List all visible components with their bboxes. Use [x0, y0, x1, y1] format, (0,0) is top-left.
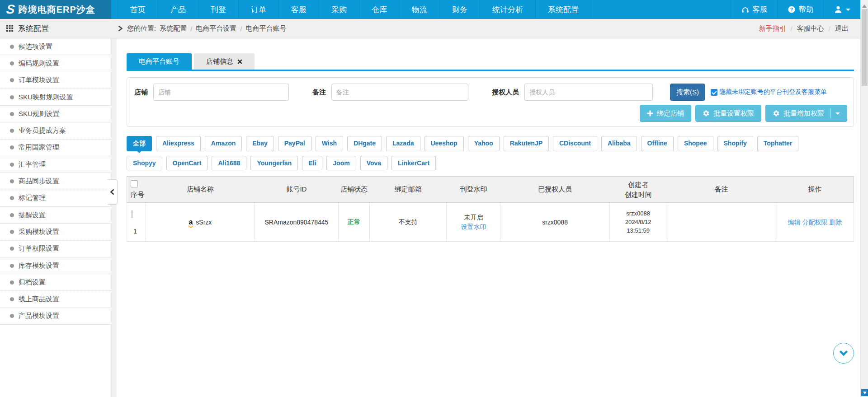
platform-chip[interactable]: Yahoo	[468, 136, 500, 151]
platform-chip[interactable]: Offline	[641, 136, 674, 151]
batch-set-permission-button[interactable]: 批量设置权限	[695, 105, 761, 122]
hide-unbound-checkbox[interactable]	[711, 89, 717, 96]
platform-chip[interactable]: PayPal	[278, 136, 311, 151]
sidebar-item[interactable]: 产品模块设置	[0, 308, 111, 325]
platform-chip[interactable]: Aliexpress	[156, 136, 201, 151]
platform-chip[interactable]: Youngerfan	[250, 156, 298, 170]
user-menu-button[interactable]	[823, 0, 860, 19]
platform-chip[interactable]: Vova	[360, 156, 387, 170]
scroll-down-button[interactable]	[861, 389, 868, 396]
breadcrumb-item[interactable]: 电商平台账号	[246, 24, 287, 33]
sidebar-item[interactable]: 常用国家管理	[0, 140, 111, 156]
sidebar-item[interactable]: SKU映射规则设置	[0, 89, 111, 106]
nav-item-system-config[interactable]: 系统配置	[536, 0, 591, 19]
breadcrumb-item[interactable]: 电商平台设置	[196, 24, 236, 33]
sidebar-item[interactable]: 汇率管理	[0, 156, 111, 173]
tab-platform-account[interactable]: 电商平台账号	[127, 53, 192, 70]
tab-shop-info[interactable]: 店铺信息	[194, 53, 255, 70]
sidebar-item[interactable]: 提醒设置	[0, 207, 111, 224]
sidebar-item[interactable]: 归档设置	[0, 274, 111, 291]
platform-chip[interactable]: OpenCart	[166, 156, 208, 170]
bullet-icon	[10, 196, 14, 200]
platform-chip[interactable]: LinkerCart	[392, 156, 436, 170]
logout-link[interactable]: 退出	[835, 24, 849, 33]
newbie-guide-link[interactable]: 新手指引	[759, 24, 786, 33]
scrollbar-thumb[interactable]	[862, 9, 868, 86]
status-badge: 正常	[348, 218, 360, 225]
select-all-checkbox[interactable]	[131, 180, 138, 187]
topbar-service-button[interactable]: 客服	[731, 0, 777, 19]
sidebar-item[interactable]: 商品同步设置	[0, 173, 111, 190]
bullet-icon	[10, 213, 14, 217]
platform-chip[interactable]: CDiscount	[553, 136, 597, 151]
platform-chip[interactable]: Shopify	[717, 136, 753, 151]
topbar-help-button[interactable]: ? 帮助	[777, 0, 823, 19]
service-center-link[interactable]: 客服中心	[797, 24, 824, 33]
sidebar-item[interactable]: 采购模块设置	[0, 224, 111, 240]
sidebar-item[interactable]: 订单权限设置	[0, 241, 111, 257]
batch-add-permission-button[interactable]: 批量增加权限	[765, 105, 847, 122]
platform-chip[interactable]: Ueeshop	[425, 136, 464, 151]
sidebar-item[interactable]: 订单模块设置	[0, 72, 111, 89]
nav-item-warehouse[interactable]: 仓库	[359, 0, 400, 19]
platform-chip[interactable]: Ebay	[246, 136, 274, 151]
nav-item-products[interactable]: 产品	[158, 0, 198, 19]
platform-chip[interactable]: Lazada	[386, 136, 420, 151]
platform-chip[interactable]: Alibaba	[601, 136, 637, 151]
nav-item-customer-service[interactable]: 客服	[279, 0, 319, 19]
bullet-icon	[10, 297, 14, 301]
platform-chip[interactable]: Shopyy	[127, 156, 162, 170]
vertical-scrollbar[interactable]	[860, 0, 868, 397]
chevron-down-icon[interactable]	[835, 112, 840, 117]
bullet-icon	[10, 78, 14, 82]
sidebar-item[interactable]: 业务员提成方案	[0, 122, 111, 139]
bind-shop-button[interactable]: 绑定店铺	[640, 105, 691, 122]
breadcrumb-item[interactable]: 系统配置	[160, 24, 187, 33]
shop-search-input[interactable]	[153, 84, 289, 101]
scroll-down-fab[interactable]	[833, 343, 854, 364]
nav-item-logistics[interactable]: 物流	[400, 0, 440, 19]
nav-item-listing[interactable]: 刊登	[198, 0, 239, 19]
column-header-status: 店铺状态	[338, 177, 369, 203]
platform-chip[interactable]: Ali1688	[212, 156, 246, 170]
set-watermark-link[interactable]: 设置水印	[461, 223, 486, 230]
platform-chip[interactable]: Eli	[302, 156, 322, 170]
sidebar-collapse-handle[interactable]	[108, 179, 118, 205]
search-button[interactable]: 搜索(S)	[670, 84, 705, 101]
platform-chip[interactable]: Amazon	[205, 136, 242, 151]
platform-chip[interactable]: Shopee	[678, 136, 713, 151]
account-id-cell: SRAmazon890478445	[255, 203, 338, 242]
authorizer-search-input[interactable]	[524, 84, 653, 101]
hide-unbound-checkbox-label[interactable]: 隐藏未绑定账号的平台刊登及客服菜单	[719, 88, 827, 96]
platform-chip[interactable]: Joom	[326, 156, 356, 170]
platform-chip[interactable]: RakutenJP	[504, 136, 549, 151]
assign-permission-link[interactable]: 分配权限	[802, 219, 827, 226]
sidebar-item[interactable]: 库存模块设置	[0, 257, 111, 274]
platform-chip[interactable]: DHgate	[347, 136, 382, 151]
nav-item-finance[interactable]: 财务	[440, 0, 480, 19]
app-logo[interactable]: S 跨境电商ERP沙盒	[0, 0, 111, 19]
edit-link[interactable]: 编辑	[788, 219, 801, 226]
main-nav: 首页 产品 刊登 订单 客服 采购 仓库 物流 财务 统计分析 系统配置	[118, 0, 731, 19]
bound-email-cell: 不支持	[370, 203, 447, 242]
scroll-up-arrow[interactable]	[862, 2, 867, 8]
sidebar-item[interactable]: 候选项设置	[0, 38, 111, 55]
column-header-remark: 备注	[667, 177, 776, 203]
platform-chip-all[interactable]: 全部	[127, 136, 152, 151]
nav-item-statistics[interactable]: 统计分析	[480, 0, 536, 19]
sidebar-item[interactable]: 编码规则设置	[0, 55, 111, 72]
remark-search-input[interactable]	[331, 84, 468, 101]
close-icon[interactable]	[237, 59, 242, 64]
sidebar: 候选项设置 编码规则设置 订单模块设置 SKU映射规则设置 SKU规则设置 业务…	[0, 38, 111, 397]
row-checkbox[interactable]	[132, 210, 132, 218]
shop-name: sSrzx	[196, 219, 212, 226]
sidebar-item[interactable]: SKU规则设置	[0, 106, 111, 122]
delete-link[interactable]: 删除	[829, 219, 842, 226]
nav-item-orders[interactable]: 订单	[239, 0, 279, 19]
platform-chip[interactable]: Tophatter	[757, 136, 799, 151]
nav-item-home[interactable]: 首页	[118, 0, 158, 19]
sidebar-item[interactable]: 标记管理	[0, 190, 111, 207]
platform-chip[interactable]: Wish	[316, 136, 343, 151]
sidebar-item[interactable]: 线上商品设置	[0, 291, 111, 308]
nav-item-purchasing[interactable]: 采购	[319, 0, 359, 19]
